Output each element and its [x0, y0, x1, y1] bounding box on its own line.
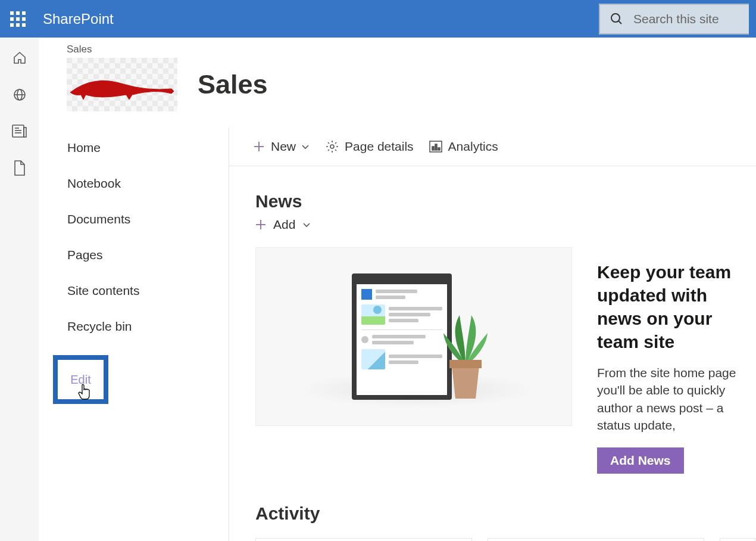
activity-heading: Activity: [255, 503, 756, 524]
app-name[interactable]: SharePoint: [43, 11, 114, 27]
search-icon: [610, 12, 624, 26]
nav-pages[interactable]: Pages: [67, 248, 229, 262]
news-illustration: [255, 247, 572, 426]
new-button[interactable]: New: [253, 139, 310, 154]
svg-rect-16: [438, 148, 440, 150]
app-launcher-icon[interactable]: [6, 7, 30, 31]
page-details-button[interactable]: Page details: [326, 139, 414, 154]
globe-icon[interactable]: [13, 88, 27, 102]
add-label: Add: [273, 217, 295, 232]
home-icon[interactable]: [13, 51, 27, 65]
add-news-link[interactable]: Add: [255, 217, 756, 232]
news-promo-title: Keep your team updated with news on your…: [597, 260, 756, 353]
chevron-down-icon: [301, 142, 310, 151]
site-logo[interactable]: [67, 58, 177, 111]
news-icon[interactable]: [12, 125, 27, 138]
left-rail: [0, 38, 39, 541]
svg-point-0: [611, 14, 620, 22]
news-promo-body: From the site home page you'll be able t…: [597, 364, 756, 434]
suite-bar: SharePoint Search this site: [0, 0, 756, 38]
new-label: New: [271, 139, 296, 154]
tablet-icon: [352, 273, 452, 400]
plus-icon: [255, 219, 266, 230]
svg-rect-9: [24, 128, 26, 137]
chevron-down-icon: [302, 220, 311, 229]
activity-card[interactable]: [720, 538, 755, 541]
svg-line-1: [618, 21, 621, 24]
car-logo-icon: [67, 76, 177, 102]
svg-point-12: [330, 145, 334, 148]
svg-rect-19: [449, 360, 482, 368]
activity-card-row: [255, 538, 756, 541]
plus-icon: [253, 141, 265, 153]
svg-rect-5: [13, 125, 24, 137]
search-placeholder: Search this site: [633, 12, 719, 26]
file-icon[interactable]: [14, 160, 26, 176]
svg-rect-14: [432, 147, 434, 150]
activity-card[interactable]: [488, 538, 704, 541]
nav-site-contents[interactable]: Site contents: [67, 284, 229, 298]
breadcrumb[interactable]: Sales: [67, 43, 756, 55]
main-content: New Page details Analytics News Add: [229, 128, 756, 541]
news-heading: News: [255, 191, 756, 212]
left-navigation: Home Notebook Documents Pages Site conte…: [39, 128, 229, 541]
nav-documents[interactable]: Documents: [67, 212, 229, 226]
gear-icon: [326, 140, 339, 153]
site-header: Sales Sales: [67, 43, 756, 111]
page-title: Sales: [198, 69, 268, 100]
analytics-button[interactable]: Analytics: [429, 139, 498, 154]
search-input[interactable]: Search this site: [599, 4, 749, 35]
nav-edit-button[interactable]: Edit: [53, 355, 108, 404]
nav-notebook[interactable]: Notebook: [67, 176, 229, 191]
nav-home[interactable]: Home: [67, 141, 229, 155]
plant-icon: [439, 312, 492, 402]
activity-card[interactable]: [255, 538, 472, 541]
nav-recycle-bin[interactable]: Recycle bin: [67, 319, 229, 334]
cursor-hand-icon: [77, 383, 93, 400]
command-bar: New Page details Analytics: [229, 128, 756, 166]
svg-rect-15: [435, 144, 437, 150]
page-details-label: Page details: [345, 139, 414, 154]
analytics-icon: [429, 141, 442, 153]
analytics-label: Analytics: [448, 139, 498, 154]
add-news-button[interactable]: Add News: [597, 447, 684, 474]
